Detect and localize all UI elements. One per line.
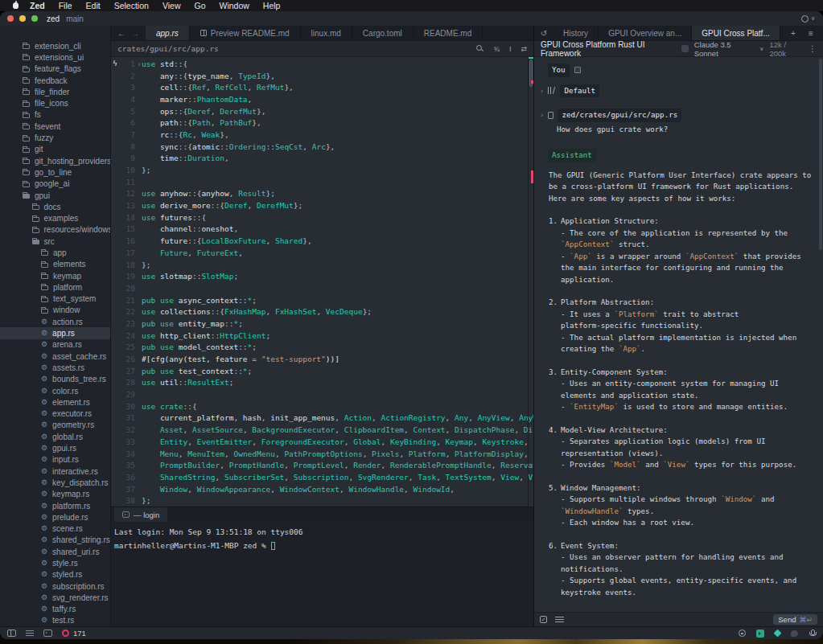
- menu-icon[interactable]: ≡: [804, 29, 818, 38]
- git-branch[interactable]: main: [66, 14, 84, 23]
- menu-item-file[interactable]: File: [59, 1, 72, 10]
- file-tree-item[interactable]: ⚙keymap.rs: [0, 489, 110, 500]
- mic-icon[interactable]: [809, 630, 816, 638]
- file-tree-item[interactable]: go_to_line: [0, 166, 110, 178]
- terminal-output[interactable]: Last login: Mon Sep 9 13:51:18 on ttys00…: [111, 522, 533, 626]
- menu-item-edit[interactable]: Edit: [86, 1, 101, 10]
- project-name[interactable]: zed: [47, 14, 60, 23]
- file-tree-item[interactable]: ⚙geometry.rs: [0, 420, 110, 431]
- cursor-icon[interactable]: I: [509, 45, 512, 53]
- file-tree-item[interactable]: google_ai: [0, 178, 110, 190]
- apple-icon[interactable]: [13, 2, 19, 9]
- model-selector[interactable]: Claude 3.5 Sonnet: [694, 40, 755, 58]
- file-tree-item[interactable]: git_hosting_providers: [0, 155, 110, 166]
- menu-item-go[interactable]: Go: [194, 1, 205, 10]
- editor-tab[interactable]: app.rs: [146, 26, 190, 40]
- breadcrumb[interactable]: crates/gpui/src/app.rs: [117, 44, 219, 53]
- file-tree-item[interactable]: ⚙taffy.rs: [0, 604, 110, 615]
- user-message-header[interactable]: You: [548, 64, 823, 77]
- chevron-right-icon[interactable]: ›: [540, 85, 544, 97]
- terminal-toggle-icon[interactable]: [43, 630, 52, 637]
- project-panel-toggle-icon[interactable]: [7, 630, 16, 637]
- file-tree-item[interactable]: ⚙bounds_tree.rs: [0, 374, 110, 385]
- zoom-button[interactable]: [31, 15, 38, 22]
- expand-icon[interactable]: [540, 616, 547, 623]
- file-tree-item[interactable]: ⚙gpui.rs: [0, 442, 110, 453]
- file-tree-item[interactable]: ⚙element.rs: [0, 396, 110, 408]
- file-tree-item[interactable]: file_finder: [0, 86, 110, 97]
- editor-tab[interactable]: README.md: [414, 26, 483, 40]
- file-context-row[interactable]: › zed/crates/gpui/src/app.rs: [540, 109, 823, 122]
- chat-bubble-icon[interactable]: [791, 630, 798, 637]
- conversation-title[interactable]: GPUI Cross Platform Rust UI Framework: [541, 40, 681, 58]
- chevron-right-icon[interactable]: ›: [540, 109, 544, 121]
- context-list-icon[interactable]: [555, 617, 564, 622]
- file-tree-item[interactable]: resources/windows: [0, 224, 110, 236]
- file-tree-item[interactable]: fsevent: [0, 121, 110, 132]
- assistant-tab[interactable]: GPUI Overview an...: [599, 26, 692, 40]
- more-menu-icon[interactable]: ⋮: [809, 44, 817, 53]
- send-button[interactable]: Send ⌘↵: [773, 614, 817, 625]
- file-tree-item[interactable]: ⚙svg_renderer.rs: [0, 592, 110, 603]
- menu-item-zed[interactable]: Zed: [30, 1, 45, 10]
- file-tree-item[interactable]: app: [0, 247, 110, 258]
- minimize-button[interactable]: [19, 15, 26, 22]
- nav-back-icon[interactable]: ←: [117, 29, 126, 38]
- file-tree-item[interactable]: docs: [0, 201, 110, 212]
- assistant-tab[interactable]: GPUI Cross Platf...: [692, 26, 780, 40]
- file-tree-item[interactable]: ⚙key_dispatch.rs: [0, 477, 110, 488]
- file-tree-item[interactable]: window: [0, 305, 110, 316]
- file-tree-item[interactable]: ⚙styled.rs: [0, 569, 110, 580]
- message-composer[interactable]: Send ⌘↵: [534, 612, 823, 626]
- percent-icon[interactable]: ¾: [493, 45, 500, 53]
- file-tree-item[interactable]: ⚙subscription.rs: [0, 580, 110, 592]
- assistant-sparkle-icon[interactable]: [774, 630, 782, 638]
- search-icon[interactable]: [476, 45, 484, 52]
- file-tree-item[interactable]: fuzzy: [0, 132, 110, 143]
- file-tree-item[interactable]: ⚙interactive.rs: [0, 466, 110, 477]
- nav-forward-icon[interactable]: →: [131, 29, 139, 38]
- context-row[interactable]: › Default: [540, 84, 823, 98]
- file-tree-item[interactable]: file_icons: [0, 97, 110, 109]
- editor-scrollbar[interactable]: [528, 57, 533, 507]
- file-tree-item[interactable]: feedback: [0, 75, 110, 86]
- menu-item-window[interactable]: Window: [219, 1, 249, 10]
- file-tree-item[interactable]: extension_cli: [0, 40, 110, 51]
- file-tree-item[interactable]: gpui: [0, 190, 110, 201]
- title-bar[interactable]: zed main ∨: [0, 11, 823, 26]
- new-chat-icon[interactable]: +: [786, 29, 800, 38]
- menu-item-help[interactable]: Help: [263, 1, 281, 10]
- copilot-icon[interactable]: [739, 630, 746, 637]
- editor-tab[interactable]: Cargo.toml: [352, 26, 414, 40]
- terminal-tab[interactable]: — login: [114, 507, 167, 522]
- file-tree-item[interactable]: ⚙action.rs: [0, 316, 110, 327]
- terminal-badge-icon[interactable]: [756, 630, 764, 638]
- swap-icon[interactable]: ⇄: [521, 45, 527, 53]
- assistant-tab[interactable]: History: [553, 26, 599, 40]
- outline-panel-toggle-icon[interactable]: [26, 630, 34, 637]
- file-tree-item[interactable]: ⚙test.rs: [0, 615, 110, 626]
- file-tree-item[interactable]: ⚙prelude.rs: [0, 511, 110, 523]
- file-tree-item[interactable]: ⚙global.rs: [0, 431, 110, 442]
- file-tree-item[interactable]: ⚙asset_cache.rs: [0, 351, 110, 362]
- editor-tab[interactable]: Preview README.md: [190, 26, 301, 40]
- file-tree-item[interactable]: ⚙style.rs: [0, 557, 110, 568]
- file-tree-item[interactable]: platform: [0, 281, 110, 293]
- file-tree-item[interactable]: extensions_ui: [0, 51, 110, 63]
- code-action-bolt-icon[interactable]: ϟ: [111, 59, 119, 68]
- file-tree-item[interactable]: ⚙platform.rs: [0, 500, 110, 511]
- history-icon[interactable]: ↺: [534, 26, 553, 40]
- menu-item-view[interactable]: View: [163, 1, 181, 10]
- file-tree-item[interactable]: elements: [0, 259, 110, 270]
- close-button[interactable]: [7, 15, 14, 22]
- file-tree-item[interactable]: keymap: [0, 270, 110, 281]
- file-tree-item[interactable]: src: [0, 236, 110, 247]
- file-tree-item[interactable]: ⚙app.rs: [0, 327, 110, 338]
- fold-caret-icon[interactable]: ∨: [135, 61, 142, 67]
- conversation-body[interactable]: You › Default › zed/crates/gpui/src/app.…: [534, 57, 823, 612]
- file-tree-item[interactable]: text_system: [0, 293, 110, 305]
- context-icon[interactable]: [574, 67, 581, 73]
- file-tree-item[interactable]: fs: [0, 109, 110, 121]
- file-tree-item[interactable]: ⚙executor.rs: [0, 408, 110, 420]
- file-tree-item[interactable]: ⚙shared_string.rs: [0, 535, 110, 546]
